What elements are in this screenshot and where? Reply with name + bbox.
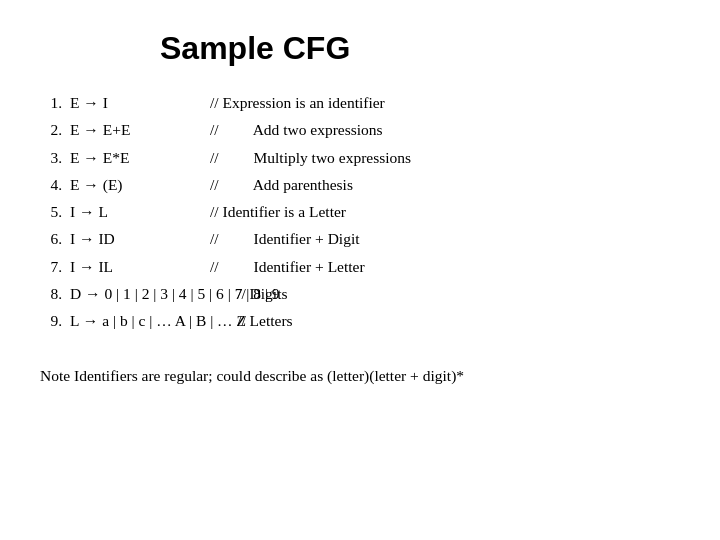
rule-comment-8: // Digits: [200, 282, 411, 305]
page-title: Sample CFG: [160, 30, 350, 67]
rule-num-8: 8.: [40, 282, 70, 305]
rule-comment-7: // Identifier + Letter: [200, 255, 411, 278]
rule-production-9: L → a | b | c | … A | B | … Z: [70, 309, 200, 332]
rule-production-3: E → E*E: [70, 146, 200, 169]
rule-comment-4: // Add parenthesis: [200, 173, 411, 196]
rule-num-5: 5.: [40, 200, 70, 223]
rule-production-1: E → I: [70, 91, 200, 114]
rule-production-8: D → 0 | 1 | 2 | 3 | 4 | 5 | 6 | 7 | 8 | …: [70, 282, 200, 305]
rule-num-6: 6.: [40, 227, 70, 250]
rule-num-2: 2.: [40, 118, 70, 141]
rule-production-7: I → IL: [70, 255, 200, 278]
note-text: Note Identifiers are regular; could desc…: [40, 364, 464, 387]
rule-num-9: 9.: [40, 309, 70, 332]
grammar-table: 1. E → I // Expression is an identifier …: [40, 91, 411, 332]
rule-num-7: 7.: [40, 255, 70, 278]
rule-production-5: I → L: [70, 200, 200, 223]
rule-comment-2: // Add two expressions: [200, 118, 411, 141]
rule-comment-3: // Multiply two expressions: [200, 146, 411, 169]
rule-num-1: 1.: [40, 91, 70, 114]
rule-num-3: 3.: [40, 146, 70, 169]
rule-num-4: 4.: [40, 173, 70, 196]
rule-comment-6: // Identifier + Digit: [200, 227, 411, 250]
rule-comment-1: // Expression is an identifier: [200, 91, 411, 114]
rule-production-6: I → ID: [70, 227, 200, 250]
rule-comment-9: // Letters: [200, 309, 411, 332]
rule-production-2: E → E+E: [70, 118, 200, 141]
rule-production-4: E → (E): [70, 173, 200, 196]
rule-comment-5: // Identifier is a Letter: [200, 200, 411, 223]
